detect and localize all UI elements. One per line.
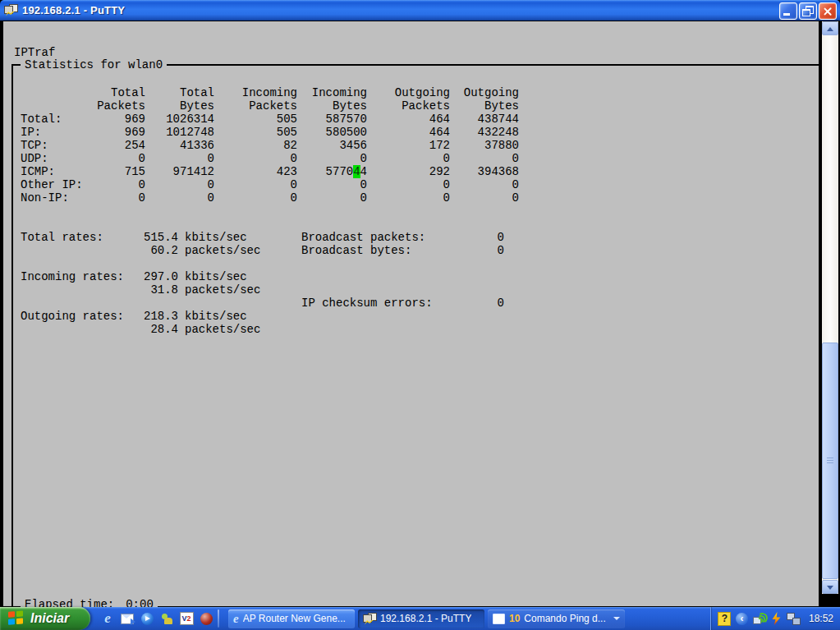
frame-title: Statistics for wlan0 [21, 58, 167, 71]
close-button[interactable] [819, 2, 837, 20]
task-button-group-comando-ping[interactable]: 10 Comando Ping d... [488, 609, 625, 628]
quick-launch-bar: e V2 [100, 611, 213, 626]
start-button-label: Iniciar [30, 611, 69, 626]
col-header-total-bytes: Total [149, 86, 214, 99]
window-title: 192.168.2.1 - PuTTY [22, 4, 125, 16]
internet-explorer-icon[interactable]: e [100, 611, 115, 626]
chevron-down-icon [613, 617, 620, 620]
col-header-total-packets: Total [80, 86, 145, 99]
minimize-button[interactable] [779, 2, 797, 20]
col-header-incoming-packets: Incoming [232, 86, 297, 99]
outlook-express-icon[interactable] [120, 611, 135, 626]
taskbar-divider [218, 609, 219, 628]
group-count: 10 [509, 613, 520, 624]
media-player-icon[interactable] [140, 611, 154, 626]
putty-titlebar[interactable]: 192.168.2.1 - PuTTY [0, 0, 840, 21]
messenger-icon[interactable] [159, 611, 174, 626]
system-tray: ? ‹ 18:52 [710, 607, 840, 630]
col-header-outgoing-bytes: Outgoing [453, 86, 519, 99]
taskbar: Iniciar e V2 e AP Router New Gene... 192… [0, 607, 840, 630]
terminal-screen[interactable]: IPTraf Statistics for wlan0 Total Total … [3, 21, 819, 606]
scroll-down-button[interactable] [822, 580, 838, 594]
wireless-network-icon[interactable] [752, 612, 766, 626]
restore-button[interactable] [799, 2, 817, 20]
network-connections-icon[interactable] [787, 612, 801, 626]
help-tray-icon[interactable]: ? [718, 612, 732, 626]
windows-logo-icon [8, 610, 25, 626]
desktop-screen: 192.168.2.1 - PuTTY IPTraf Statistics fo… [0, 0, 840, 630]
chevron-up-icon [827, 27, 833, 31]
vnc-viewer-icon[interactable]: V2 [179, 611, 194, 626]
internet-explorer-icon: e [233, 612, 239, 626]
scroll-up-button[interactable] [822, 21, 838, 35]
scrollbar-grip [827, 458, 833, 464]
putty-window-body: IPTraf Statistics for wlan0 Total Total … [0, 21, 840, 607]
task-button-putty[interactable]: 192.168.2.1 - PuTTY [358, 609, 484, 628]
putty-icon [363, 613, 376, 625]
download-accelerator-icon[interactable] [769, 612, 783, 626]
minimize-icon [783, 13, 790, 16]
hide-inactive-icons-button[interactable]: ‹ [735, 612, 749, 626]
iptraf-app-line: IPTraf [14, 46, 55, 59]
start-button[interactable]: Iniciar [0, 607, 90, 630]
close-icon [823, 7, 833, 16]
chevron-down-icon [827, 586, 833, 590]
realplayer-icon[interactable] [199, 611, 213, 626]
terminal-scrollbar[interactable] [822, 21, 838, 594]
col-header-incoming-bytes: Incoming [301, 86, 367, 99]
task-buttons: e AP Router New Gene... 192.168.2.1 - Pu… [228, 609, 625, 628]
icmp-incoming-bytes-with-cursor: 577044 [301, 165, 367, 178]
window-icon [493, 614, 505, 624]
terminal-cursor: 4 [353, 165, 360, 178]
putty-app-icon [4, 4, 19, 17]
taskbar-clock: 18:52 [809, 613, 833, 624]
task-button-ap-router[interactable]: e AP Router New Gene... [228, 609, 355, 628]
col-header-outgoing-packets: Outgoing [384, 86, 450, 99]
scrollbar-thumb[interactable] [822, 343, 838, 579]
